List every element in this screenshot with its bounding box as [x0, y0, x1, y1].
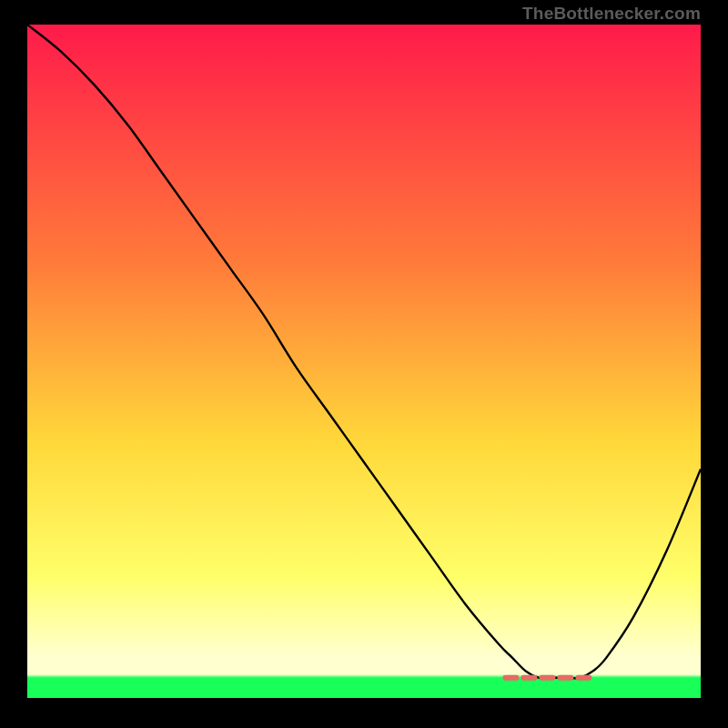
plot-area — [27, 25, 701, 698]
chart-svg — [27, 25, 701, 698]
chart-frame: TheBottlenecker.com — [0, 0, 728, 728]
watermark-text: TheBottlenecker.com — [522, 4, 701, 24]
